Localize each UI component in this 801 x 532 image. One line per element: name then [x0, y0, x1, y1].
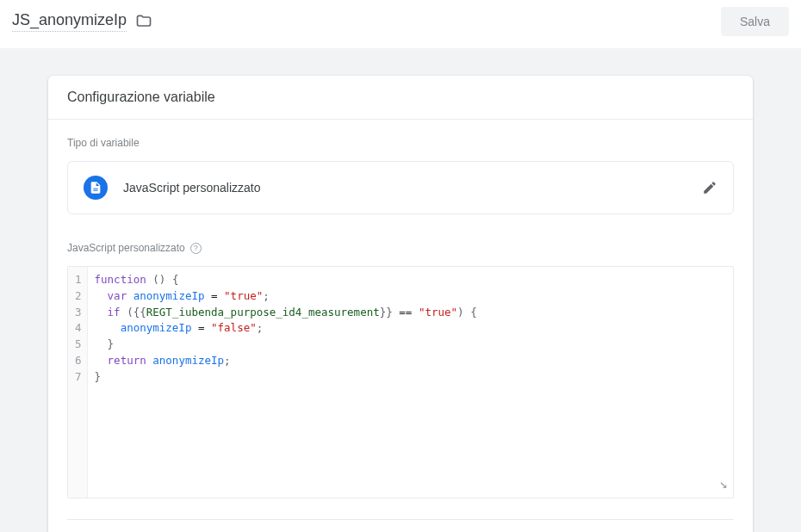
code-lines[interactable]: function () { var anonymizeIp = "true"; …: [88, 267, 733, 498]
variable-name-input[interactable]: JS_anonymizeIp: [12, 11, 127, 32]
variable-type-row[interactable]: JavaScript personalizzato: [67, 161, 734, 214]
code-section-label: JavaScript personalizzato ?: [67, 242, 734, 254]
code-gutter: 1 2 3 4 5 6 7: [68, 267, 88, 498]
variable-type-left: JavaScript personalizzato: [84, 176, 261, 200]
code-editor[interactable]: 1 2 3 4 5 6 7 function () { var anonymiz…: [67, 266, 734, 498]
resize-grip-icon[interactable]: ↘: [719, 473, 728, 494]
top-bar: JS_anonymizeIp Salva: [0, 0, 801, 48]
help-icon[interactable]: ?: [190, 243, 202, 254]
variable-type-name: JavaScript personalizzato: [123, 181, 261, 195]
code-section-label-text: JavaScript personalizzato: [67, 242, 185, 254]
card-title: Configurazione variabile: [48, 76, 753, 120]
folder-icon[interactable]: [135, 13, 152, 30]
header-left: JS_anonymizeIp: [12, 11, 152, 32]
format-value-row[interactable]: Valore formato ?: [67, 520, 734, 532]
js-type-icon: [84, 176, 108, 200]
edit-type-icon[interactable]: [702, 180, 717, 195]
canvas-area: Configurazione variabile Tipo di variabi…: [0, 48, 801, 532]
type-section-label: Tipo di variabile: [67, 137, 734, 149]
card-body: Tipo di variabile JavaScript personalizz…: [48, 120, 753, 532]
config-card: Configurazione variabile Tipo di variabi…: [48, 76, 753, 532]
save-button[interactable]: Salva: [721, 7, 789, 36]
